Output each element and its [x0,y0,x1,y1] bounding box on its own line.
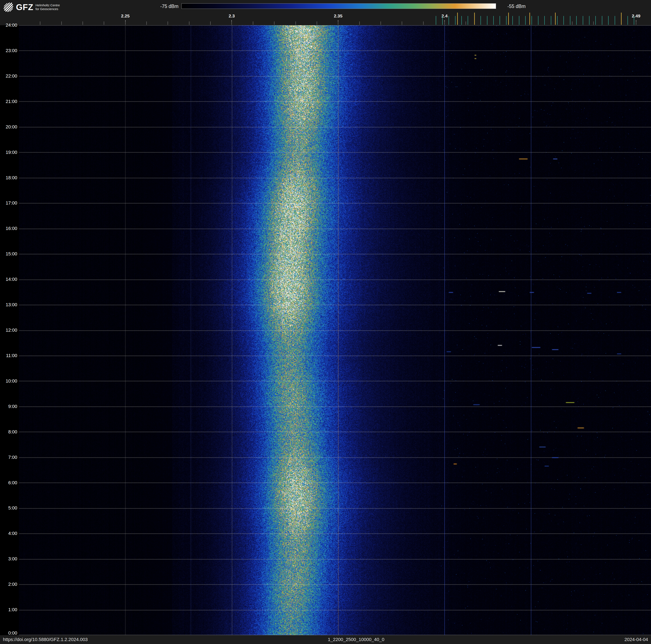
time-tick-label: 20:00 [6,124,17,130]
time-tick-label: 21:00 [6,99,17,104]
time-axis: 0:001:002:003:004:005:006:007:008:009:00… [0,0,19,644]
time-tick-label: 18:00 [6,175,17,180]
doi-link[interactable]: https://doi.org/10.5880/GFZ.1.2.2024.003 [3,637,88,642]
time-tick-label: 7:00 [8,455,17,460]
colorbar-max-label: -55 dBm [507,4,526,9]
time-tick-label: 3:00 [8,556,17,562]
time-tick-label: 13:00 [6,302,17,308]
time-tick-label: 5:00 [8,505,17,511]
colorbar-wrap: -75 dBm -55 dBm [0,3,651,9]
header-bar: GFZ Helmholtz Centre for Geosciences -75… [0,0,651,25]
status-bar: https://doi.org/10.5880/GFZ.1.2.2024.003… [0,635,651,644]
time-tick-label: 19:00 [6,150,17,155]
time-tick-label: 16:00 [6,226,17,231]
time-tick-label: 10:00 [6,378,17,384]
time-tick-label: 6:00 [8,480,17,486]
spectrogram-canvas [19,25,651,635]
spectrogram-plot [19,25,651,635]
date-label: 2024-04-04 [624,637,648,642]
time-tick-label: 22:00 [6,74,17,79]
time-tick-label: 15:00 [6,251,17,257]
time-tick-label: 4:00 [8,531,17,536]
time-tick-label: 14:00 [6,276,17,282]
time-tick-label: 12:00 [6,327,17,333]
time-tick-label: 9:00 [8,404,17,409]
time-tick-label: 23:00 [6,48,17,53]
time-tick-label: 1:00 [8,607,17,612]
time-tick-label: 2:00 [8,582,17,587]
time-tick-label: 11:00 [6,353,17,358]
dataset-id-label: 1_2200_2500_10000_40_0 [328,637,384,642]
colorbar-gradient [181,3,496,9]
time-tick-label: 17:00 [6,200,17,206]
time-tick-label: 8:00 [8,429,17,435]
colorbar-min-label: -75 dBm [160,4,179,9]
